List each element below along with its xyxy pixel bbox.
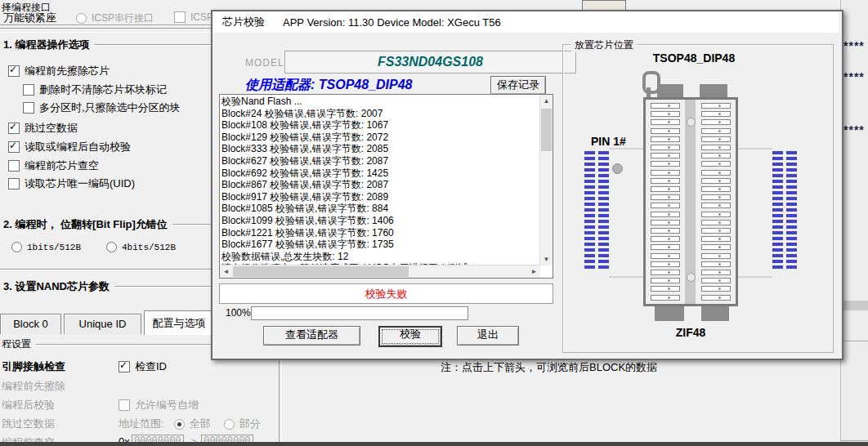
icsp-serial-radio[interactable]: ICSP串行接口 bbox=[76, 11, 154, 25]
socket-radio-row[interactable]: 万能锁紧座 bbox=[3, 11, 56, 25]
checkbox-icon bbox=[8, 65, 20, 77]
socket-pin-slot bbox=[701, 128, 731, 134]
section1-title: 1. 编程器操作选项 bbox=[3, 38, 89, 52]
opt-label: 多分区时,只擦除选中分区的块 bbox=[39, 100, 181, 115]
divider bbox=[841, 440, 868, 441]
tab-unique-id[interactable]: Unique ID bbox=[64, 314, 141, 334]
save-record-button[interactable]: 保存记录 bbox=[490, 76, 546, 95]
socket-pin-slot bbox=[701, 244, 731, 250]
bitflip-4bit-radio[interactable]: 4bits/512B bbox=[106, 242, 176, 252]
checkbox-icon bbox=[8, 160, 20, 172]
background-right-strip: **** **** **** bbox=[840, 0, 868, 446]
icsp-serial-label: ICSP串行接口 bbox=[92, 11, 154, 25]
verify-log-textarea[interactable]: 校验Nand Flash ...Block#24 校验错误,错误字节数: 200… bbox=[219, 94, 553, 279]
tab-block0[interactable]: Block 0 bbox=[0, 314, 61, 334]
socket-pin-slot bbox=[651, 220, 680, 225]
adapter-info-text: 使用适配器: TSOP48_DIP48 bbox=[245, 77, 413, 94]
opt-blank-check[interactable]: 编程前芯片查空 bbox=[8, 158, 99, 173]
log-line: Block#867 校验错误,错误字节数: 2087 bbox=[221, 179, 539, 191]
section1-header: 1. 编程器操作选项 bbox=[3, 38, 211, 52]
exit-button[interactable]: 退出 bbox=[457, 326, 519, 346]
socket-pin-slot bbox=[701, 119, 731, 125]
model-label: MODEL: bbox=[245, 57, 288, 69]
checkbox-icon bbox=[8, 123, 20, 134]
tab-config-options[interactable]: 配置与选项 bbox=[144, 310, 214, 335]
checkbox-icon bbox=[8, 141, 20, 153]
stars-row: **** bbox=[843, 70, 865, 83]
log-line: Block#24 校验错误,错误字节数: 2007 bbox=[221, 108, 539, 120]
zif-socket-diagram bbox=[643, 97, 738, 306]
range-all-label: 全部 bbox=[190, 417, 211, 431]
socket-pin-slot bbox=[651, 178, 680, 184]
bitflip-1bit-radio[interactable]: 1bits/512B bbox=[11, 242, 81, 252]
scroll-left-icon[interactable]: ◄ bbox=[220, 265, 232, 278]
socket-pin-slot bbox=[651, 270, 680, 275]
radio-icon[interactable] bbox=[224, 419, 235, 430]
window-bottom-edge bbox=[0, 442, 868, 446]
radio-icon bbox=[76, 13, 87, 24]
scrollbar-fragment[interactable] bbox=[841, 301, 868, 310]
opt-keep-badblock-marks[interactable]: 删除时不清除芯片坏块标记 bbox=[23, 83, 167, 97]
radio-icon[interactable] bbox=[174, 419, 185, 430]
log-line: 校验数据错误,总发生块数: 12 bbox=[221, 251, 539, 263]
socket-pin-slot bbox=[701, 145, 731, 150]
divider bbox=[0, 28, 211, 33]
divider bbox=[841, 341, 868, 341]
opt-read-uid[interactable]: 读取芯片唯一编码(UID) bbox=[8, 176, 135, 191]
dialog-titlebar[interactable]: 芯片校验 APP Version: 11.30 Device Model: XG… bbox=[213, 11, 839, 33]
socket-pin-slot bbox=[701, 136, 731, 142]
address-range-row: 地址范围: 全部 部分 bbox=[119, 417, 261, 431]
opt-erase-before[interactable]: 编程前先擦除芯片 bbox=[8, 64, 110, 78]
check-id-label: 检查ID bbox=[135, 359, 167, 374]
section2-title: 2. 编程时， 位翻转[Bit Flip]允错位 bbox=[3, 217, 168, 232]
scrollbar-thumb[interactable] bbox=[233, 266, 409, 277]
socket-type-label: ZIF48 bbox=[643, 326, 738, 339]
socket-pin-slot bbox=[701, 103, 731, 109]
block-browse-note: 注：点击上下箭头，可浏览前后BLOCK的数据 bbox=[441, 360, 657, 375]
horizontal-scrollbar[interactable]: ◄ ► bbox=[220, 265, 540, 278]
socket-pin-slot bbox=[701, 261, 731, 267]
socket-pin-slot bbox=[651, 203, 680, 208]
scroll-up-icon[interactable]: ▲ bbox=[540, 95, 553, 107]
socket-pin-slot bbox=[651, 145, 680, 150]
log-line: Block#1677 校验错误,错误字节数: 1735 bbox=[221, 239, 539, 251]
view-adapter-button[interactable]: 查看适配器 bbox=[263, 326, 360, 346]
vertical-divider bbox=[279, 357, 282, 446]
verify-button[interactable]: 校验 bbox=[378, 326, 442, 347]
erase-before-label: 编程前先擦除 bbox=[2, 379, 65, 394]
check-id-checkbox[interactable]: 检查ID bbox=[119, 359, 167, 374]
icsp-checkbox[interactable]: ICSP bbox=[174, 11, 213, 23]
scroll-down-icon[interactable]: ▼ bbox=[540, 253, 553, 265]
socket-pin-slot bbox=[651, 212, 680, 217]
dialog-title: 芯片校验 bbox=[222, 15, 265, 29]
socket-pin-slot bbox=[651, 244, 680, 250]
section3-header: 3. 设置NAND芯片参数 bbox=[3, 279, 211, 294]
socket-pin-slot bbox=[701, 270, 731, 275]
scrollbar-thumb[interactable] bbox=[541, 109, 552, 151]
log-line: Block#129 校验错误,错误字节数: 2072 bbox=[221, 132, 539, 144]
prog-group-title: 程设置 bbox=[2, 337, 31, 351]
log-line: Block#108 校验错误,错误字节数: 1067 bbox=[221, 119, 539, 132]
screen: 择编程接口 万能锁紧座 ICSP串行接口 ICSP 1. 编程器操作选项 编程前… bbox=[0, 0, 868, 446]
scroll-right-icon[interactable]: ► bbox=[528, 265, 540, 278]
opt-auto-verify[interactable]: 读取或编程后自动校验 bbox=[8, 140, 131, 154]
chip-verify-dialog: 芯片校验 APP Version: 11.30 Device Model: XG… bbox=[211, 10, 843, 360]
checkbox-icon bbox=[8, 178, 20, 190]
log-line: Block#333 校验错误,错误字节数: 2085 bbox=[221, 143, 539, 155]
auto-increment-checkbox[interactable]: 允许编号自增 bbox=[119, 398, 199, 413]
opt-label: 编程前芯片查空 bbox=[25, 158, 99, 173]
vertical-scrollbar[interactable]: ▲ ▼ bbox=[539, 95, 553, 265]
socket-pin-slot bbox=[651, 295, 680, 301]
socket-pin-slot bbox=[701, 186, 731, 192]
connector-line bbox=[609, 276, 643, 278]
socket-pin-slot bbox=[701, 203, 731, 208]
socket-foot bbox=[655, 306, 684, 321]
socket-pin-slot bbox=[701, 228, 731, 234]
skip-blank-label: 跳过空数据 bbox=[2, 417, 55, 431]
opt-skip-blank[interactable]: 跳过空数据 bbox=[8, 121, 78, 136]
socket-pin-slot bbox=[701, 295, 731, 301]
checkbox-icon bbox=[23, 84, 34, 96]
connector-line bbox=[609, 148, 643, 149]
socket-pin-slot bbox=[701, 153, 731, 158]
address-range-label: 地址范围: bbox=[119, 417, 164, 431]
